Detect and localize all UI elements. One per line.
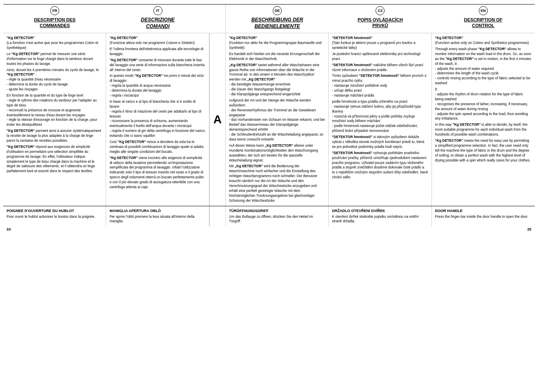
- bottom-col-fr: POIGNEE D'OUVERTURE DU HUBLOT Pour ouvri…: [3, 206, 106, 227]
- cz-p6: - určuje délku praní: [332, 88, 428, 93]
- fr-heading: "Kg DETECTOR": [7, 36, 35, 40]
- letter-a-label: A: [213, 113, 222, 126]
- bottom-text-cz: K otevření dvířek stiskněte pojistku umí…: [332, 214, 428, 224]
- de-p9: - das Vorhandensein von Schaum im Wasser…: [229, 118, 325, 132]
- col-it-content: "Kg DETECTOR" (Funzione attiva solo nei …: [106, 33, 209, 205]
- cz-p4: Tímto způsobem "DETEKTOR hmotnosti" běhe…: [332, 74, 428, 83]
- col-title-cz: POPIS OVLÁDACÍCH PRVKŮ: [332, 17, 428, 29]
- col-de-content: "Kg DETECTOR" (Funktion nur aktiv für di…: [226, 33, 329, 205]
- it-p13: "Kg DETECTOR" viene incontro alle esigen…: [109, 156, 205, 190]
- de-p3: „Kg DETECTOR" tastet während aller Wasch…: [229, 63, 325, 83]
- fr-p6: - ajuste les rinçages: [7, 87, 102, 92]
- de-p10: - die Schleuderdrehzahl an die Wäschelad…: [229, 132, 325, 142]
- it-p8: in base al carico e al tipo di biancheri…: [109, 99, 205, 109]
- bottom-text-en: Press the finger-bar inside the door han…: [435, 214, 531, 219]
- fr-p1: (La fonction n'est active que pour les p…: [7, 41, 102, 51]
- it-p11: - regola il numero di giri della centrif…: [109, 129, 205, 138]
- it-p1: (Funzione attiva solo nei programmi Coto…: [109, 41, 205, 46]
- en-p11: "Kg DETECTOR" meets the need for easy us…: [435, 138, 531, 163]
- fr-p11: "Kg DETECTOR" parvient ainsi à assurer s…: [7, 129, 102, 143]
- col-header-it: IT DESCRIZIONE COMANDI: [106, 5, 209, 33]
- flag-circle-fr: FR: [50, 6, 59, 15]
- it-p4: In questo modo "Kg DETECTOR" nei primi 4…: [109, 74, 205, 83]
- it-p10: - riconoscere la presenza di schiuma, au…: [109, 119, 205, 129]
- cz-p3: "DETEKTOR hmotnosti" nabídne během všech…: [332, 63, 428, 73]
- de-p4: - die benötigte Wassermenge errechnet: [229, 82, 325, 87]
- col-cz-content: "DETEKTOR hmotnosti" (Tato funkce je akt…: [329, 33, 431, 205]
- bottom-text-fr: Pour ouvrir le hublot actionner le bouto…: [7, 214, 102, 219]
- flag-circle-de: DE: [273, 6, 282, 15]
- fr-p3: Ainsi, durant les 4 premières minutes du…: [7, 68, 102, 78]
- en-p5: - controls rinsing according to the type…: [435, 76, 531, 86]
- cz-heading: "DETEKTOR hmotnosti": [332, 36, 372, 40]
- cz-p2: Je poslední hranicí aplikované elektroni…: [332, 52, 428, 62]
- bottom-col-cz: DRŽADLO OTEVŘENÍ DVÍŘEK K otevření dvíře…: [329, 206, 431, 227]
- content-grid: "Kg DETECTOR" (La fonction n'est active …: [3, 33, 535, 205]
- en-p10: In this way "Kg DETECTOR" is able to dec…: [435, 122, 531, 137]
- flag-fr: FR: [7, 6, 103, 17]
- bottom-title-en: DOOR HANDLE: [435, 209, 531, 213]
- fr-p4: - règle la quantité d'eau nécessaire: [7, 77, 102, 82]
- col-title-it: DESCRIZIONE COMANDI: [109, 17, 206, 30]
- bottom-section: POIGNEE D'OUVERTURE DU HUBLOT Pour ouvri…: [3, 206, 535, 227]
- page-num-left: 24: [7, 227, 11, 231]
- cz-p10: - rozezná vá přítomnost pěny a podle pot…: [332, 114, 428, 124]
- col-header-fr: FR DESCRIPTION DES COMMANDES: [3, 5, 106, 33]
- col-en-content: "Kg DETECTOR" (Function active only on C…: [432, 33, 535, 205]
- en-p2: Through every wash phase "Kg DETECTOR" a…: [435, 47, 531, 67]
- header-grid: FR DESCRIPTION DES COMMANDES IT DESCRIZI…: [3, 4, 535, 33]
- bottom-title-cz: DRŽADLO OTEVŘENÍ DVÍŘEK: [332, 209, 428, 213]
- bottom-text-it: Per aprire l'oblò premere la leva situat…: [109, 214, 205, 224]
- en-p6: it:: [435, 87, 531, 92]
- de-p1: (Funktion nur aktiv für die Programmgrup…: [229, 41, 325, 51]
- en-p1: (Function active only on Cotton and Synt…: [435, 41, 531, 46]
- it-p9: - regola il ritmo di rotazione del cesto…: [109, 109, 205, 119]
- de-p2: Es handelt sich hierbei um die neueste E…: [229, 52, 325, 62]
- it-p6: - determina la durata del lavaggio: [109, 88, 205, 93]
- cz-p11: - podle hmotnosti nastavuje počet otáček…: [332, 124, 428, 134]
- col-header-en: EN DESCRIPTION OF CONTROL: [432, 5, 535, 33]
- flag-circle-it: IT: [153, 6, 162, 15]
- col-title-en: DESCRIPTION OF CONTROL: [435, 17, 531, 29]
- col-fr-content: "Kg DETECTOR" (La fonction n'est active …: [3, 33, 106, 205]
- bottom-title-de: TÜRÖFFNUNGSGRIFF: [229, 209, 325, 213]
- col-header-cz: CZ POPIS OVLÁDACÍCH PRVKŮ: [329, 5, 431, 33]
- page: FR DESCRIPTION DES COMMANDES IT DESCRIZI…: [0, 0, 538, 392]
- flag-circle-cz: CZ: [376, 6, 385, 15]
- col-title-de: BESCHREIBUNG DER BEDIENELEMENTE: [229, 17, 325, 30]
- it-p3: "Kg DETECTOR" consente di misurare duran…: [109, 58, 205, 73]
- col-divider-a: A: [209, 33, 226, 205]
- de-p11: Auf dieser Weise kann „Kg DETECTOR" alle…: [229, 143, 325, 163]
- cz-p7: - nastavuje máchání prádla: [332, 93, 428, 98]
- bottom-col-en: DOOR HANDLE Press the finger-bar inside …: [432, 206, 535, 227]
- fr-p8: - règle le rythme des rotations du tambo…: [7, 98, 102, 108]
- bottom-title-it: MANIGLIA APERTURA OBLÒ: [109, 209, 205, 213]
- cz-p9: - nastavuje rytmus otáčení bubnu, aby je…: [332, 104, 428, 114]
- col-divider-bottom: [209, 206, 226, 227]
- en-p4: - determines the length of the wash cycl…: [435, 71, 531, 76]
- fr-p5: - détermine la durée du cycle de lavage: [7, 82, 102, 87]
- en-p7: - adjusts the rhythm of drum rotation fo…: [435, 92, 531, 102]
- cz-p1: (Tato funkce je aktivní pouze u programů…: [332, 41, 428, 51]
- fr-p7: En fonction de la quantité et du type de…: [7, 93, 102, 98]
- cz-p5: - nastavuje množství potřebné vody: [332, 83, 428, 88]
- bottom-text-de: Um das Bullauge zu öffnen, drücken Sie d…: [229, 214, 325, 224]
- it-p2: E' l'ultima frontiera dell'elettronica a…: [109, 47, 205, 57]
- it-p7: - regola i risciacqui: [109, 93, 205, 98]
- it-heading: "Kg DETECTOR": [109, 36, 137, 40]
- fr-p9: - reconnaît la présence de mousse et aug…: [7, 108, 102, 118]
- en-heading: "Kg DETECTOR": [435, 36, 463, 40]
- fr-p10: - règle la vitesse d'essorage en fonctio…: [7, 118, 102, 127]
- it-p12: Così "Kg DETECTOR" riesce a decidere da …: [109, 140, 205, 154]
- en-p8: - recognises the presence of lather, inc…: [435, 102, 531, 112]
- bottom-title-fr: POIGNEE D'OUVERTURE DU HUBLOT: [7, 209, 102, 213]
- cz-p8: podle hmotnosti a typu prádla určeného n…: [332, 99, 428, 104]
- col-divider-top: [209, 5, 226, 33]
- bottom-col-it: MANIGLIA APERTURA OBLÒ Per aprire l'oblò…: [106, 206, 209, 227]
- fr-p12: "Kg DETECTOR" répond aux exigences de si…: [7, 145, 102, 174]
- cz-p13: "DETEKTOR hmotnosti" vyhovuje potřebám s…: [332, 151, 428, 180]
- col-header-de: DE BESCHREIBUNG DER BEDIENELEMENTE: [226, 5, 329, 33]
- bottom-col-de: TÜRÖFFNUNGSGRIFF Um das Bullauge zu öffn…: [226, 206, 329, 227]
- de-p5: - die Dauer des Waschgangs festgelegt: [229, 87, 325, 92]
- flag-circle-en: EN: [479, 6, 488, 15]
